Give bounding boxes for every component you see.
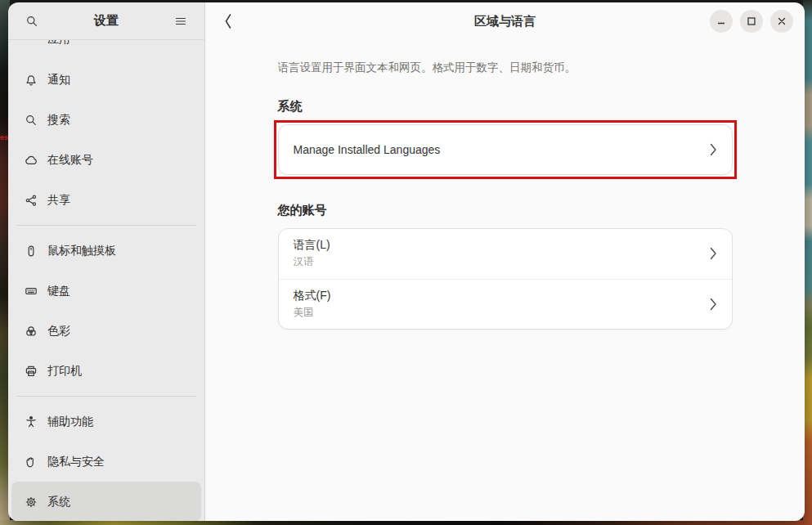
sidebar-item-label: 打印机 <box>47 364 82 379</box>
formats-row[interactable]: 格式(F) 美国 <box>279 279 732 329</box>
section-heading-system: 系统 <box>278 99 733 114</box>
sidebar-item-online-accounts[interactable]: 在线账号 <box>11 140 201 180</box>
row-subtitle: 汉语 <box>294 255 330 269</box>
chevron-left-icon <box>222 12 234 30</box>
search-button[interactable] <box>20 9 44 34</box>
sidebar-item-label: 通知 <box>47 73 70 88</box>
main-pane: 区域与语言 <box>205 2 805 521</box>
desktop-icon-text-fragment: es <box>0 133 8 141</box>
sidebar-item-label: 在线账号 <box>47 153 93 168</box>
accessibility-icon <box>25 415 38 429</box>
page-description: 语言设置用于界面文本和网页。格式用于数字、日期和货币。 <box>278 60 733 76</box>
bell-icon <box>25 74 38 87</box>
color-icon <box>25 325 38 338</box>
close-button[interactable] <box>770 10 793 33</box>
mouse-icon <box>25 245 38 258</box>
system-card: Manage Installed Languages <box>278 124 733 175</box>
section-heading-account: 您的账号 <box>278 203 733 218</box>
maximize-button[interactable] <box>740 10 763 33</box>
page-body: 语言设置用于界面文本和网页。格式用于数字、日期和货币。 系统 Manage In… <box>205 40 805 521</box>
sidebar-item-privacy-security[interactable]: 隐私与安全 <box>11 442 201 482</box>
sidebar-headerbar: 设置 <box>8 2 204 40</box>
language-row[interactable]: 语言(L) 汉语 <box>279 229 732 279</box>
row-subtitle: 美国 <box>294 306 331 320</box>
chevron-right-icon <box>710 298 717 311</box>
sidebar-item-search[interactable]: 搜索 <box>11 100 201 140</box>
sidebar-item-label: 系统 <box>47 495 70 509</box>
row-title: 格式(F) <box>294 289 331 303</box>
sidebar-item-label: 应用 <box>47 40 70 47</box>
sidebar-item-label: 色彩 <box>47 324 70 339</box>
sidebar-item-system[interactable]: 系统 <box>11 482 201 521</box>
gear-icon <box>25 496 38 509</box>
row-title: 语言(L) <box>294 238 330 253</box>
sidebar-item-mouse-touchpad[interactable]: 鼠标和触摸板 <box>11 231 201 271</box>
sidebar-item-label: 共享 <box>47 193 70 208</box>
sidebar-divider <box>16 225 196 226</box>
sidebar-item-label: 隐私与安全 <box>47 455 105 469</box>
sidebar-item-label: 键盘 <box>47 284 70 298</box>
window-controls <box>710 10 798 33</box>
chevron-right-icon <box>710 247 717 260</box>
cloud-icon <box>25 154 38 167</box>
hand-icon <box>25 455 38 469</box>
keyboard-icon <box>25 285 38 298</box>
share-icon <box>25 194 38 207</box>
sidebar-item-keyboard[interactable]: 键盘 <box>11 271 201 311</box>
sidebar-item-accessibility[interactable]: 辅助功能 <box>11 402 201 442</box>
back-button[interactable] <box>215 8 241 34</box>
hamburger-menu-icon <box>174 15 187 28</box>
sidebar-item-label: 搜索 <box>47 113 70 128</box>
settings-window: 设置 ··· 应用 <box>8 2 805 521</box>
main-menu-button[interactable] <box>168 9 193 34</box>
main-headerbar: 区域与语言 <box>205 2 805 40</box>
sidebar-title: 设置 <box>94 13 119 29</box>
manage-installed-languages-row[interactable]: Manage Installed Languages <box>279 125 732 174</box>
row-title: Manage Installed Languages <box>294 143 441 156</box>
close-icon <box>777 16 787 26</box>
sidebar-nav-list: ··· 应用 通知 <box>8 40 204 521</box>
sidebar-divider <box>16 396 196 397</box>
apps-grid-icon: ··· <box>25 40 38 46</box>
minimize-button[interactable] <box>710 10 733 33</box>
sidebar-item-notifications[interactable]: 通知 <box>11 60 201 100</box>
account-card: 语言(L) 汉语 格式(F) 美国 <box>278 228 733 330</box>
minimize-icon <box>716 16 726 26</box>
sidebar: 设置 ··· 应用 <box>8 2 205 521</box>
sidebar-item-label: 辅助功能 <box>47 415 93 429</box>
sidebar-item-color[interactable]: 色彩 <box>11 311 201 351</box>
search-icon <box>25 15 38 28</box>
chevron-right-icon <box>710 143 717 156</box>
search-icon <box>25 114 38 127</box>
sidebar-item-apps[interactable]: ··· 应用 <box>8 40 204 52</box>
sidebar-item-sharing[interactable]: 共享 <box>11 180 201 220</box>
sidebar-item-label: 鼠标和触摸板 <box>47 244 116 258</box>
printer-icon <box>25 365 38 378</box>
maximize-icon <box>747 16 756 26</box>
sidebar-item-printers[interactable]: 打印机 <box>11 351 201 391</box>
